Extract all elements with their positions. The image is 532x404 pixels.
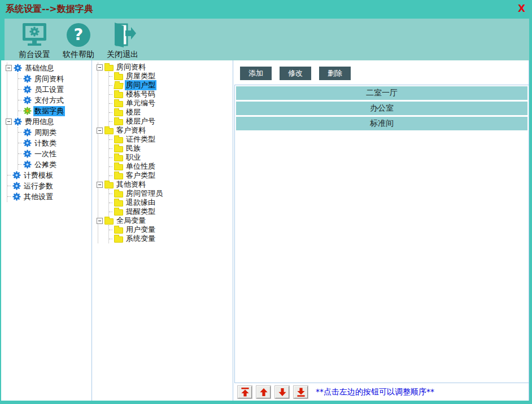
detail-panel: 添加修改删除 二室一厅办公室标准间 **点击左边的按钮可以调整顺序**	[234, 60, 529, 401]
nav-tree-item[interactable]: 其他设置	[7, 191, 91, 202]
nav-tree-item[interactable]: 一次性	[18, 148, 91, 159]
exit-door-icon	[109, 20, 136, 50]
tree-item-label[interactable]: 公摊类	[33, 160, 58, 170]
tree-item-label[interactable]: 支付方式	[33, 95, 65, 106]
nav-tree-item[interactable]: 计数类	[18, 138, 91, 148]
nav-tree-item[interactable]: 周期类	[18, 127, 91, 138]
dict-tree-item[interactable]: 退款缘由	[109, 198, 233, 207]
dict-tree-item[interactable]: 客户类型	[109, 171, 233, 180]
folder-icon	[104, 218, 114, 225]
gear-blue-icon	[14, 64, 22, 72]
tree-item-label[interactable]: 费用信息	[24, 117, 55, 127]
dict-tree-item[interactable]: 提醒类型	[109, 207, 233, 216]
dict-tree-item[interactable]: 全局变量	[98, 216, 233, 225]
tree-item-label[interactable]: 系统变量	[125, 234, 156, 244]
tree-item-label[interactable]: 一次性	[33, 149, 58, 159]
gear-blue-icon	[23, 150, 32, 158]
nav-tree-item[interactable]: 运行参数	[7, 181, 91, 191]
tree-item-label[interactable]: 基础信息	[24, 63, 55, 73]
toolbar-button-close-exit[interactable]: 关闭退出	[101, 20, 145, 60]
dict-tree-item[interactable]: 用户变量	[109, 225, 233, 234]
collapse-toggle-icon[interactable]	[97, 182, 103, 188]
folder-icon	[114, 146, 123, 152]
nav-tree-item[interactable]: 数据字典	[18, 106, 91, 116]
dict-tree-item[interactable]: 房间户型	[109, 81, 233, 90]
collapse-toggle-icon[interactable]	[6, 118, 12, 125]
gear-blue-icon	[12, 182, 21, 190]
dict-tree-item[interactable]: 房间管理员	[109, 189, 233, 198]
folder-icon	[114, 164, 123, 170]
folder-icon	[114, 209, 123, 216]
tree-item-label[interactable]: 其他设置	[23, 192, 54, 202]
main-content: 基础信息 房间资料 员工设置 支付方式 数据字典 费用信息 周期类 计数类 一次…	[1, 60, 529, 401]
tree-item-label[interactable]: 计费模板	[23, 170, 54, 181]
tree-item-label[interactable]: 房间资料	[33, 74, 65, 84]
dict-tree-item[interactable]: 其他资料	[98, 180, 233, 189]
gear-blue-icon	[12, 192, 21, 201]
add-button[interactable]: 添加	[240, 67, 272, 80]
tree-item-label[interactable]: 员工设置	[33, 85, 65, 95]
list-item[interactable]: 二室一厅	[236, 86, 527, 100]
move-up-button[interactable]	[256, 386, 271, 398]
move-to-top-button[interactable]	[238, 386, 252, 398]
nav-tree-item[interactable]: 支付方式	[18, 95, 91, 106]
tree-item-label[interactable]: 计数类	[33, 138, 58, 148]
dict-tree-item[interactable]: 楼栋号码	[109, 90, 233, 99]
folder-icon	[114, 173, 123, 179]
dict-tree-item[interactable]: 房间资料	[98, 63, 233, 72]
toolbar-button-label: 前台设置	[19, 50, 50, 60]
toolbar-button-front-settings[interactable]: 前台设置	[12, 20, 56, 60]
open-folder-icon	[114, 83, 124, 89]
move-down-button[interactable]	[275, 386, 289, 398]
dict-tree-item[interactable]: 系统变量	[109, 234, 233, 243]
collapse-toggle-icon[interactable]	[6, 65, 12, 71]
action-buttons: 添加修改删除	[234, 60, 529, 85]
dict-tree-item[interactable]: 单元编号	[109, 99, 233, 108]
collapse-toggle-icon[interactable]	[97, 218, 103, 224]
modify-button[interactable]: 修改	[280, 67, 311, 80]
folder-icon	[114, 101, 123, 107]
dict-tree-item[interactable]: 单位性质	[109, 162, 233, 171]
folder-icon	[114, 155, 123, 161]
nav-tree-item[interactable]: 基础信息	[7, 63, 91, 73]
nav-tree-item[interactable]: 费用信息	[7, 116, 91, 127]
list-item[interactable]: 标准间	[236, 117, 527, 130]
nav-tree-item[interactable]: 员工设置	[18, 84, 91, 95]
folder-icon	[104, 128, 114, 134]
folder-icon	[114, 200, 123, 207]
monitor-gear-icon	[21, 20, 47, 50]
nav-tree-item[interactable]: 计费模板	[7, 170, 91, 181]
dictionary-tree: 房间资料房屋类型房间户型楼栋号码单元编号楼层楼层户号客户资料证件类型民族职业单位…	[92, 60, 233, 243]
move-to-bottom-button[interactable]	[294, 386, 308, 398]
dict-tree-item[interactable]: 职业	[109, 153, 233, 162]
list-item[interactable]: 办公室	[236, 102, 527, 115]
red-arrow-down-icon	[278, 388, 287, 397]
nav-tree-item[interactable]: 公摊类	[18, 159, 91, 170]
nav-tree-item[interactable]: 房间资料	[18, 73, 91, 84]
toolbar-button-software-help[interactable]: ?软件帮助	[56, 20, 101, 60]
dictionary-tree-panel: 房间资料房屋类型房间户型楼栋号码单元编号楼层楼层户号客户资料证件类型民族职业单位…	[91, 60, 233, 401]
gear-blue-icon	[23, 128, 32, 137]
delete-button[interactable]: 删除	[319, 67, 351, 80]
dict-tree-item[interactable]: 民族	[109, 144, 233, 153]
folder-icon	[114, 227, 123, 234]
close-icon[interactable]: X	[518, 3, 525, 14]
dict-tree-item[interactable]: 房屋类型	[109, 72, 233, 81]
tree-item-label[interactable]: 数据字典	[33, 106, 65, 116]
folder-icon	[114, 191, 123, 197]
dict-tree-item[interactable]: 楼层户号	[109, 117, 233, 126]
order-buttons	[238, 386, 308, 398]
dict-tree-item[interactable]: 证件类型	[109, 135, 233, 144]
folder-icon	[114, 74, 123, 80]
collapse-toggle-icon[interactable]	[97, 64, 103, 71]
toolbar: 前台设置 ?软件帮助 关闭退出	[0, 18, 532, 60]
dict-tree-item[interactable]: 客户资料	[98, 126, 233, 135]
tree-item-label[interactable]: 周期类	[33, 128, 58, 138]
tree-item-label[interactable]: 运行参数	[23, 181, 54, 191]
gear-blue-icon	[12, 171, 21, 179]
dict-tree-item[interactable]: 楼层	[109, 108, 233, 117]
folder-icon	[104, 182, 114, 188]
collapse-toggle-icon[interactable]	[97, 128, 103, 134]
toolbar-button-label: 软件帮助	[63, 50, 94, 60]
red-arrow-up-icon	[259, 388, 268, 397]
